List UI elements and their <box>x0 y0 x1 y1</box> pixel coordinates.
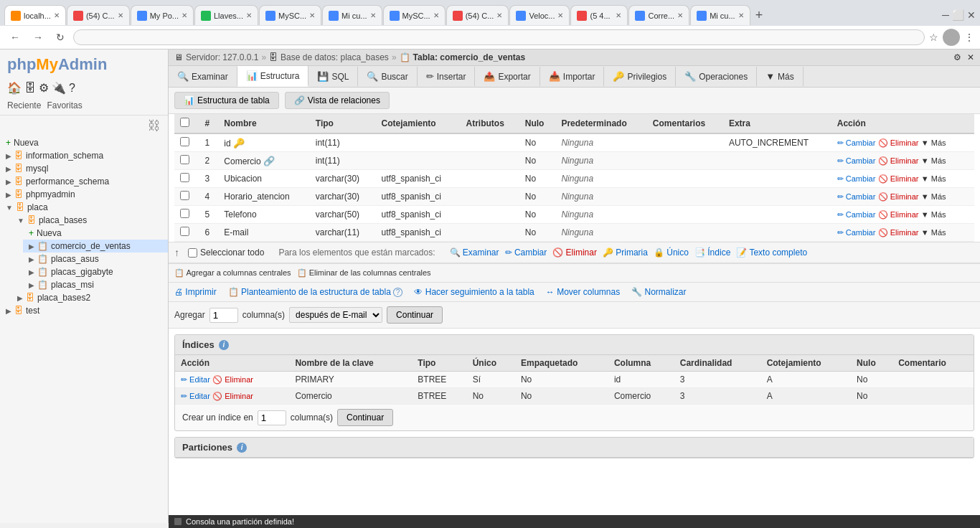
tree-item-placa-bases2[interactable]: ▶ 🗄 placa_bases2 <box>11 291 168 304</box>
tab-privilegios[interactable]: 🔑 Privilegios <box>604 67 676 86</box>
settings-icon[interactable]: ⚙ <box>39 81 49 95</box>
action-indice[interactable]: 📑 Índice <box>694 248 730 258</box>
tab-buscar[interactable]: 🔍 Buscar <box>358 67 417 86</box>
close-button[interactable]: ✕ <box>967 9 976 21</box>
minimize-button[interactable]: ─ <box>942 9 949 21</box>
tab-close-9[interactable]: ✕ <box>557 11 563 19</box>
tab-10[interactable]: (5 4... ✕ <box>570 5 628 25</box>
tab-close-11[interactable]: ✕ <box>677 11 683 19</box>
action-texto-completo[interactable]: 📝 Texto completo <box>736 248 807 258</box>
tree-item-nueva-root[interactable]: + Nueva <box>0 136 168 149</box>
hacer-seguimiento-link[interactable]: 👁 Hacer seguimiento a la tabla <box>414 287 534 297</box>
tree-item-test[interactable]: ▶ 🗄 test <box>0 304 168 317</box>
tab-close-12[interactable]: ✕ <box>738 11 744 19</box>
tree-item-placas-gigabyte[interactable]: ▶ 📋 placas_gigabyte <box>23 265 168 278</box>
favorites-link[interactable]: Favoritas <box>47 100 82 110</box>
action-examinar[interactable]: 🔍 Examinar <box>450 248 499 258</box>
mas-link-1[interactable]: ▼ Más <box>921 138 946 147</box>
tree-item-performance[interactable]: ▶ 🗄 performance_schema <box>0 175 168 188</box>
tab-6[interactable]: Mi cu... ✕ <box>322 5 382 25</box>
select-all-bottom-checkbox[interactable] <box>188 248 197 258</box>
row-6-checkbox[interactable] <box>180 227 189 236</box>
tree-item-comercio[interactable]: ▶ 📋 comercio_de_ventas <box>23 240 168 253</box>
vista-relaciones-button[interactable]: 🔗 Vista de relaciones <box>285 92 390 109</box>
tab-operaciones[interactable]: 🔧 Operaciones <box>676 67 757 86</box>
tab-close-5[interactable]: ✕ <box>309 11 315 19</box>
eliminar-link-1[interactable]: 🚫 Eliminar <box>878 138 919 148</box>
cambiar-link-3[interactable]: ✏ Cambiar <box>837 174 876 184</box>
action-eliminar[interactable]: 🚫 Eliminar <box>552 248 597 258</box>
add-column-position-select[interactable]: después de E-mail al principio al final <box>289 307 382 323</box>
action-primaria[interactable]: 🔑 Primaria <box>603 248 648 258</box>
tree-item-placas-msi[interactable]: ▶ 📋 placas_msi <box>23 278 168 291</box>
cambiar-link-1[interactable]: ✏ Cambiar <box>837 138 876 148</box>
header-close-icon[interactable]: ✕ <box>967 52 974 62</box>
row-4-checkbox[interactable] <box>180 191 189 200</box>
row-5-checkbox[interactable] <box>180 209 189 218</box>
tree-item-mysql[interactable]: ▶ 🗄 mysql <box>0 162 168 175</box>
idx-edit-1[interactable]: ✏ Editar <box>181 375 210 385</box>
help-icon[interactable]: ? <box>69 82 75 95</box>
tab-close-6[interactable]: ✕ <box>370 11 376 19</box>
tree-item-placa-bases[interactable]: ▼ 🗄 placa_bases <box>11 214 168 227</box>
create-index-input[interactable] <box>258 410 286 425</box>
tree-item-nueva-pb[interactable]: + Nueva <box>23 227 168 240</box>
bookmark-button[interactable]: ☆ <box>929 32 938 43</box>
eliminar-link-6[interactable]: 🚫 Eliminar <box>878 228 919 237</box>
row-1-checkbox[interactable] <box>180 137 189 146</box>
mover-columnas-link[interactable]: ↔ Mover columnas <box>546 287 620 297</box>
db-label[interactable]: Base de datos: placa_bases <box>281 52 389 62</box>
forward-button[interactable]: → <box>29 30 47 44</box>
cambiar-link-6[interactable]: ✏ Cambiar <box>837 228 876 237</box>
recent-link[interactable]: Reciente <box>7 100 41 110</box>
console-bar[interactable]: Consola una partición definida! <box>169 515 980 523</box>
tab-estructura[interactable]: 📊 Estructura <box>237 66 309 87</box>
back-button[interactable]: ← <box>6 30 24 44</box>
home-icon[interactable]: 🏠 <box>7 81 22 95</box>
tab-3[interactable]: My Po... ✕ <box>131 5 194 25</box>
add-column-count-input[interactable] <box>209 308 238 323</box>
tab-4[interactable]: Llaves... ✕ <box>194 5 258 25</box>
agregar-columnas-link[interactable]: 📋 Agregar a columnas centrales <box>174 268 291 278</box>
eliminar-link-4[interactable]: 🚫 Eliminar <box>878 192 919 202</box>
tab-close-4[interactable]: ✕ <box>246 11 252 19</box>
tab-active[interactable]: localh... ✕ <box>4 5 66 25</box>
tab-exportar[interactable]: 📤 Exportar <box>475 67 540 86</box>
cambiar-link-4[interactable]: ✏ Cambiar <box>837 192 876 202</box>
db-icon[interactable]: 🗄 <box>24 82 36 95</box>
settings-gear-icon[interactable]: ⚙ <box>953 52 961 62</box>
eliminar-link-3[interactable]: 🚫 Eliminar <box>878 174 919 184</box>
tab-close[interactable]: ✕ <box>54 11 60 19</box>
partitions-info-icon[interactable]: i <box>237 443 247 453</box>
tab-close-10[interactable]: ✕ <box>616 11 621 19</box>
action-cambiar[interactable]: ✏ Cambiar <box>505 248 547 258</box>
tab-5[interactable]: MySC... ✕ <box>259 5 321 25</box>
tab-12[interactable]: Mi cu... ✕ <box>690 5 750 25</box>
eliminar-link-5[interactable]: 🚫 Eliminar <box>878 210 919 220</box>
tree-item-phpmyadmin[interactable]: ▶ 🗄 phpmyadmin <box>0 188 168 201</box>
tab-7[interactable]: MySC... ✕ <box>383 5 446 25</box>
mas-link-4[interactable]: ▼ Más <box>921 192 946 201</box>
maximize-button[interactable]: ⬜ <box>952 9 964 21</box>
idx-edit-2[interactable]: ✏ Editar <box>181 392 210 401</box>
imprimir-link[interactable]: 🖨 Imprimir <box>174 287 217 297</box>
eliminar-link-2[interactable]: 🚫 Eliminar <box>878 156 919 166</box>
create-index-button[interactable]: Continuar <box>337 409 393 426</box>
plugin-icon[interactable]: 🔌 <box>52 81 66 95</box>
tab-close-3[interactable]: ✕ <box>182 11 187 19</box>
tab-insertar[interactable]: ✏ Insertar <box>418 67 476 86</box>
mas-link-3[interactable]: ▼ Más <box>921 174 946 183</box>
tab-close-8[interactable]: ✕ <box>496 11 502 19</box>
eliminar-columnas-link[interactable]: 📋 Eliminar de las columnas centrales <box>297 268 431 278</box>
select-all-checkbox[interactable] <box>180 118 189 127</box>
mas-link-2[interactable]: ▼ Más <box>921 156 946 165</box>
indices-info-icon[interactable]: i <box>219 340 229 350</box>
tree-item-placas-asus[interactable]: ▶ 📋 placas_asus <box>23 253 168 265</box>
normalizar-link[interactable]: 🔧 Normalizar <box>631 287 686 297</box>
action-unico[interactable]: 🔒 Único <box>654 248 689 258</box>
mas-link-6[interactable]: ▼ Más <box>921 228 946 237</box>
tab-8[interactable]: (54) C... ✕ <box>446 5 509 25</box>
tab-sql[interactable]: 💾 SQL <box>308 67 358 86</box>
tab-9[interactable]: Veloc... ✕ <box>509 5 570 25</box>
cambiar-link-2[interactable]: ✏ Cambiar <box>837 156 876 166</box>
